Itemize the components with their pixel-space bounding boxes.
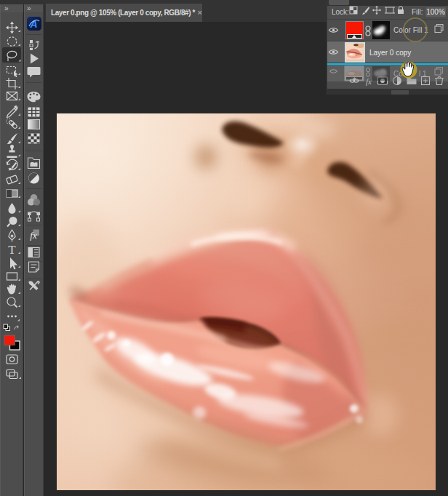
svg-text:fx: fx [30,230,37,241]
svg-text:l 1: l 1 [419,70,427,78]
svg-text:T: T [8,243,16,257]
